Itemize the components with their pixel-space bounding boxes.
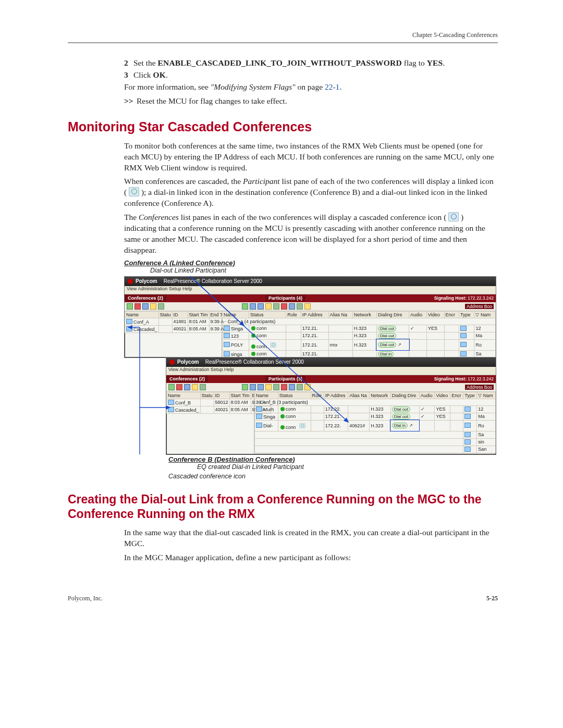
cell: Singa	[231, 326, 243, 331]
cross-ref-page[interactable]: 22-1	[325, 82, 339, 91]
menubar[interactable]: View Administration Setup Help	[125, 286, 496, 294]
tool-icon[interactable]	[150, 303, 156, 310]
table-row[interactable]: Cascaded_400218:05 AM9:39 A	[125, 325, 229, 332]
para-create-2: In the MGC Manager application, define a…	[124, 552, 498, 563]
tool-icon[interactable]	[265, 384, 272, 390]
delete-icon[interactable]	[176, 384, 182, 390]
table-row[interactable]: Conf_A418818:01 AM9:39 A	[125, 318, 229, 325]
text: The	[124, 213, 139, 221]
participants-tab[interactable]: Participants (4)	[265, 295, 305, 301]
conf-b-sublabel: EQ created Dial-in Linked Participant	[197, 463, 498, 471]
table-row: Sa	[255, 431, 496, 438]
participant-icon	[256, 423, 262, 428]
add-participant-icon[interactable]	[242, 384, 248, 390]
cell: 172.22.	[324, 420, 348, 431]
direction-badge: Dial in	[378, 351, 394, 357]
table-row[interactable]: Singaconn172.21.H.323Dial out✓YESMa	[255, 413, 496, 420]
participants-table-a[interactable]: NameStatusRoleIP AddresAlias NaNetworkDi…	[222, 311, 496, 358]
tool-icon[interactable]	[273, 384, 279, 390]
cell: conn	[286, 406, 296, 412]
participants-table-b[interactable]: NameStatusRoleIP AddresAlias NaNetworkDi…	[254, 392, 496, 453]
type-icon	[464, 414, 471, 419]
cell: 8:01 AM	[188, 318, 209, 325]
cell: San	[477, 446, 496, 453]
cell: 123	[231, 334, 239, 339]
tool-icon[interactable]	[289, 384, 295, 390]
cell: H.323	[353, 339, 377, 350]
table-row[interactable]: Murhconn172.22.H.323Dial out✓YES12	[255, 405, 496, 413]
cell: Cascaded_	[133, 327, 157, 332]
table-row[interactable]: Singaconn172.21.H.323Dial out✓YES12	[223, 325, 496, 332]
tool-icon[interactable]	[289, 303, 295, 310]
menubar[interactable]: View Administration Setup Help	[166, 367, 496, 375]
conferences-tab[interactable]: Conferences (2)	[125, 295, 166, 301]
address-book-tab[interactable]: Address Boo	[465, 385, 494, 390]
text: ); a dial-in linked icon in the destinat…	[124, 188, 487, 207]
cell: 172.21.	[301, 332, 328, 339]
tool-icon[interactable]	[281, 303, 287, 310]
col: Type	[459, 311, 474, 318]
cell: 172.21.	[301, 339, 328, 350]
cascaded-icon-note: Cascaded conference icon	[168, 473, 498, 480]
tool-icon[interactable]	[258, 384, 264, 390]
table-row[interactable]: − Conf_B (3 participants)	[255, 399, 496, 405]
col: Audio	[419, 392, 435, 399]
table-row[interactable]: Dial-conn 172.22.40621#H.323Dial in ↗Ro	[255, 420, 496, 431]
tool-icon[interactable]	[250, 303, 256, 310]
tool-icon[interactable]	[158, 303, 164, 310]
cell: Singa	[263, 414, 275, 419]
status-icon	[251, 344, 255, 349]
col: IP Addres	[301, 311, 328, 318]
text: list panes in each of the two conference…	[179, 213, 446, 221]
participants-tab[interactable]: Participants (3)	[265, 376, 305, 382]
ip: 172.22.3.242	[468, 376, 494, 381]
section-bar: Conferences (2) Participants (4) Signali…	[125, 294, 496, 302]
tool-icon[interactable]	[258, 303, 264, 310]
conferences-tab[interactable]: Conferences (2)	[166, 376, 208, 382]
cascaded-conf-icon	[168, 407, 174, 412]
text: on page	[296, 82, 325, 91]
col: Network	[353, 311, 377, 318]
tool-icon[interactable]	[200, 384, 206, 390]
flag-name: ENABLE_CASCADED_LINK_TO_JOIN_WITHOUT_PAS…	[158, 58, 402, 67]
direction-badge: Dial out	[392, 414, 410, 419]
conferences-table-a[interactable]: NameStatuIDStart TimEnd Tim Conf_A418818…	[125, 311, 229, 333]
status-icon	[280, 407, 285, 411]
tool-icon[interactable]	[265, 303, 272, 310]
delete-icon[interactable]	[134, 303, 141, 310]
table-row[interactable]: POLYconn 172.21.rmxH.323Dial out ↗Ro	[223, 339, 496, 350]
cell: H.323	[353, 332, 377, 339]
col: Name	[223, 311, 249, 318]
tool-icon[interactable]	[281, 384, 287, 390]
tool-icon[interactable]	[184, 384, 190, 390]
tool-icon[interactable]	[192, 384, 198, 390]
col: Dialing Dire	[390, 392, 419, 399]
add-participant-icon[interactable]	[242, 303, 248, 310]
status-icon	[251, 334, 255, 338]
tool-icon[interactable]	[273, 303, 279, 310]
tool-icon[interactable]	[304, 384, 311, 390]
tool-icon[interactable]	[250, 384, 256, 390]
heading-monitoring: Monitoring Star Cascaded Conferences	[68, 119, 498, 134]
cell: Ro	[477, 420, 496, 431]
tool-icon[interactable]	[142, 303, 149, 310]
add-icon[interactable]	[168, 384, 175, 390]
type-icon	[460, 342, 467, 347]
tool-icon[interactable]	[297, 384, 303, 390]
table-row[interactable]: 123conn172.21.H.323Dial outMa	[223, 332, 496, 339]
tool-icon[interactable]	[304, 303, 311, 310]
col: Role	[311, 392, 324, 399]
titlebar: Polycom RealPresence® Collaboration Serv…	[166, 357, 496, 367]
step-2: 2 Set the ENABLE_CASCADED_LINK_TO_JOIN_W…	[124, 58, 498, 69]
col: Status	[249, 311, 286, 318]
cell: 8:03 AM	[229, 399, 251, 406]
table-row[interactable]: − Conf_A (4 participants)	[223, 318, 496, 325]
term: Participant	[243, 177, 280, 186]
add-icon[interactable]	[127, 303, 133, 310]
col: Alias Na	[348, 392, 370, 399]
figure-cascaded-conferences: Conference A (Linked Conference) Dial-ou…	[124, 259, 498, 480]
conf-b-label: Conference B (Destination Conference)	[168, 455, 498, 463]
address-book-tab[interactable]: Address Boo	[465, 304, 494, 309]
rmx-window-b: Polycom RealPresence® Collaboration Serv…	[166, 357, 496, 455]
tool-icon[interactable]	[297, 303, 303, 310]
